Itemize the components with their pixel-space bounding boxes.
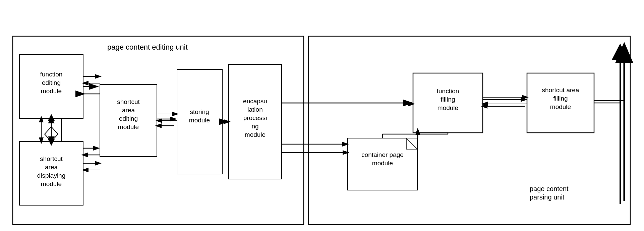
function-filling-box <box>413 73 483 133</box>
function-editing-box <box>19 55 83 118</box>
shortcut-displaying-text4: module <box>41 180 62 187</box>
parsing-unit-label2: parsing unit <box>530 193 565 201</box>
shortcut-displaying-text1: shortcut <box>40 155 63 162</box>
function-editing-text2: editing <box>42 79 61 86</box>
encapsulation-text5: module <box>245 131 266 138</box>
function-filling-text3: module <box>437 104 458 111</box>
shortcut-displaying-text2: area <box>45 164 58 171</box>
shortcut-editing-text3: editing <box>119 115 138 122</box>
shortcut-editing-text4: module <box>118 123 139 130</box>
storing-text2: module <box>189 117 210 124</box>
container-page-text2: module <box>372 160 393 167</box>
shortcut-filling-box <box>527 73 594 133</box>
function-editing-text1: function <box>40 71 63 78</box>
shortcut-filling-text3: module <box>550 103 571 110</box>
h-arrow-right-head <box>93 146 100 151</box>
encapsulation-text1: encapsu <box>243 98 267 105</box>
shortcut-filling-text1: shortcut area <box>542 86 579 94</box>
function-filling-text2: filling <box>441 96 455 103</box>
encapsulation-text4: ng <box>251 123 258 130</box>
svg-marker-10 <box>95 161 102 166</box>
encapsulation-box <box>229 64 282 179</box>
shortcut-editing-text1: shortcut <box>117 98 140 105</box>
diagram-container: page content editing unit page content p… <box>0 0 644 231</box>
shortcut-filling-text2: filling <box>553 95 568 102</box>
encapsulation-text3: processi <box>243 114 267 121</box>
container-page-text1: container page <box>361 151 404 158</box>
svg-marker-6 <box>95 74 102 79</box>
editing-unit-label: page content editing unit <box>107 43 188 51</box>
shortcut-displaying-text3: displaying <box>37 172 66 179</box>
encap-to-container <box>282 144 346 164</box>
function-editing-text3: module <box>41 88 62 95</box>
shortcut-editing-text2: area <box>122 107 135 114</box>
parsing-unit-label: page content <box>530 185 569 192</box>
encapsulation-text2: lation <box>247 106 262 113</box>
function-filling-text1: function <box>437 88 459 95</box>
storing-text1: storing <box>190 108 209 115</box>
